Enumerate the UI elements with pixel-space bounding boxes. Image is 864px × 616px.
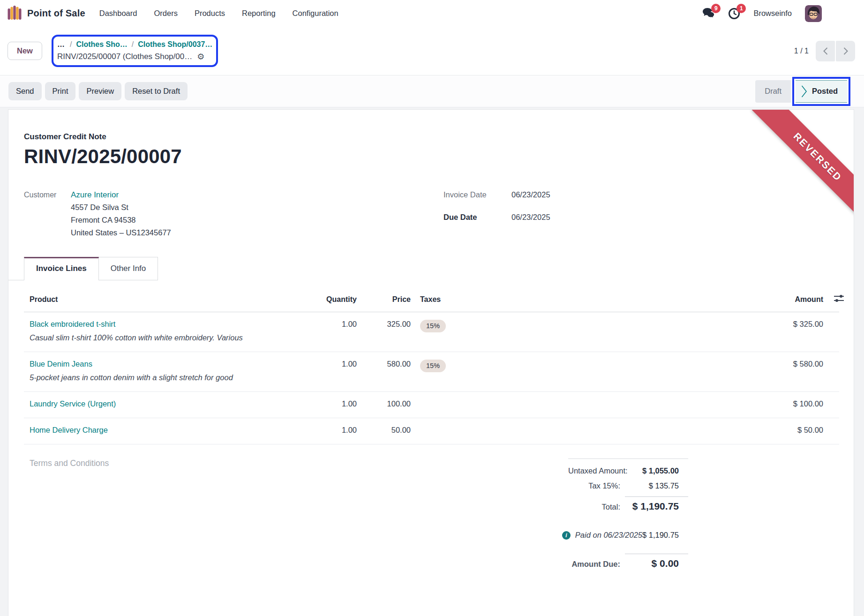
pager-next-icon xyxy=(843,47,849,55)
settings-gear-icon[interactable]: ⚙ xyxy=(197,53,204,61)
quantity-cell: 1.00 xyxy=(296,418,361,444)
column-header-taxes[interactable]: Taxes xyxy=(415,288,744,312)
page: Point of Sale Dashboard Orders Products … xyxy=(0,0,864,616)
document-number: RINV/2025/00007 xyxy=(24,145,838,168)
column-header-product[interactable]: Product xyxy=(24,288,296,312)
table-row[interactable]: Laundry Service (Urgent) 1.00 100.00 $ 1… xyxy=(24,392,839,418)
tax-value: $ 135.75 xyxy=(625,481,688,490)
breadcrumb-current: RINV/2025/00007 (Clothes Shop/00… xyxy=(57,52,192,61)
breadcrumb-separator: / xyxy=(70,40,72,49)
price-cell: 580.00 xyxy=(361,352,415,392)
app-name: Point of Sale xyxy=(27,8,85,19)
quantity-cell: 1.00 xyxy=(296,392,361,418)
product-link[interactable]: Black embroidered t-shirt xyxy=(30,320,291,329)
invoice-info: Customer Azure Interior 4557 De Silva St… xyxy=(24,188,838,239)
terms-placeholder[interactable]: Terms and Conditions xyxy=(24,458,109,575)
activities-icon[interactable]: 1 xyxy=(728,8,740,20)
customer-address-line: United States – US12345677 xyxy=(71,226,171,239)
nav-item-reporting[interactable]: Reporting xyxy=(242,9,276,18)
tax-label: Tax 15%: xyxy=(568,481,625,490)
avatar[interactable] xyxy=(805,5,822,22)
nav-item-orders[interactable]: Orders xyxy=(154,9,177,18)
amount-cell: $ 325.00 xyxy=(744,312,823,352)
new-button[interactable]: New xyxy=(8,42,42,60)
amount-cell: $ 50.00 xyxy=(744,418,823,444)
pager-next-button[interactable] xyxy=(836,41,855,61)
product-link[interactable]: Home Delivery Charge xyxy=(30,426,291,435)
price-cell: 50.00 xyxy=(361,418,415,444)
pager-previous-button[interactable] xyxy=(816,41,835,61)
breadcrumb-current-row: RINV/2025/00007 (Clothes Shop/00… ⚙ xyxy=(57,52,212,61)
tab-other-info[interactable]: Other Info xyxy=(99,257,158,280)
table-row[interactable]: Black embroidered t-shirt Casual slim t-… xyxy=(24,312,839,352)
customer-address-line: Fremont CA 94538 xyxy=(71,214,171,226)
price-cell: 325.00 xyxy=(361,312,415,352)
state-draft[interactable]: Draft xyxy=(755,80,791,103)
nav-item-configuration[interactable]: Configuration xyxy=(293,9,338,18)
total-label: Total: xyxy=(568,503,625,511)
status-bar: Send Print Preview Reset to Draft Draft … xyxy=(0,75,864,107)
row-spacer-cell xyxy=(823,418,839,444)
customer-address-line: 4557 De Silva St xyxy=(71,201,171,214)
amount-due-value: $ 0.00 xyxy=(625,554,688,569)
pager-previous-icon xyxy=(823,47,828,55)
paid-amount-value: $ 1,190.75 xyxy=(642,531,688,540)
price-cell: 100.00 xyxy=(361,392,415,418)
column-header-quantity[interactable]: Quantity xyxy=(296,288,361,312)
tax-badge[interactable]: 15% xyxy=(420,320,446,332)
top-navbar: Point of Sale Dashboard Orders Products … xyxy=(0,0,864,27)
tab-invoice-lines[interactable]: Invoice Lines xyxy=(24,257,99,280)
taxes-cell: 15% xyxy=(415,352,744,392)
content-area: REVERSED Customer Credit Note RINV/2025/… xyxy=(0,107,864,616)
untaxed-amount-label: Untaxed Amount: xyxy=(568,466,632,475)
product-link[interactable]: Blue Denim Jeans xyxy=(30,360,291,368)
posted-arrow-icon xyxy=(801,85,807,98)
user-name[interactable]: Browseinfo xyxy=(753,9,792,18)
row-spacer-cell xyxy=(823,352,839,392)
paid-info-icon[interactable]: i xyxy=(562,531,571,540)
messages-badge: 9 xyxy=(711,4,721,13)
messages-icon[interactable]: 9 xyxy=(702,8,715,19)
breadcrumb-link-order[interactable]: Clothes Shop/0037… xyxy=(138,40,212,49)
breadcrumb-link-session[interactable]: Clothes Sho… xyxy=(76,40,127,49)
nav-item-products[interactable]: Products xyxy=(195,9,225,18)
due-date-label: Due Date xyxy=(443,211,511,224)
breadcrumb-trail: … / Clothes Sho… / Clothes Shop/0037… xyxy=(57,40,212,49)
breadcrumb-separator: / xyxy=(132,40,134,49)
product-link[interactable]: Laundry Service (Urgent) xyxy=(30,399,291,408)
document-type: Customer Credit Note xyxy=(24,132,838,142)
table-row[interactable]: Home Delivery Charge 1.00 50.00 $ 50.00 xyxy=(24,418,839,444)
tax-badge[interactable]: 15% xyxy=(420,360,446,372)
nav-item-dashboard[interactable]: Dashboard xyxy=(99,9,137,18)
systray: 9 1 Browseinfo xyxy=(702,5,856,22)
sheet-footer: Terms and Conditions Untaxed Amount: $ 1… xyxy=(24,458,838,575)
breadcrumb-ellipsis[interactable]: … xyxy=(57,40,66,49)
preview-button[interactable]: Preview xyxy=(79,82,121,100)
send-button[interactable]: Send xyxy=(8,82,42,100)
table-row[interactable]: Blue Denim Jeans 5-pocket jeans in cotto… xyxy=(24,352,839,392)
app-brand[interactable]: Point of Sale xyxy=(8,5,85,22)
product-description: 5-pocket jeans in cotton denim with a sl… xyxy=(30,373,291,382)
customer-link[interactable]: Azure Interior xyxy=(71,188,119,201)
amount-cell: $ 100.00 xyxy=(744,392,823,418)
invoice-date-label: Invoice Date xyxy=(443,188,511,201)
column-header-price[interactable]: Price xyxy=(361,288,415,312)
activities-badge: 1 xyxy=(736,4,746,13)
quantity-cell: 1.00 xyxy=(296,312,361,352)
due-date-value: 06/23/2025 xyxy=(511,211,550,224)
optional-columns-icon[interactable] xyxy=(834,294,844,303)
invoice-sheet: REVERSED Customer Credit Note RINV/2025/… xyxy=(8,109,854,616)
totals-block: Untaxed Amount: $ 1,055.00 Tax 15%: $ 13… xyxy=(568,458,688,575)
state-widget: Draft Posted xyxy=(755,80,847,103)
paid-on-label: Paid on 06/23/2025 xyxy=(575,531,642,540)
print-button[interactable]: Print xyxy=(45,82,76,100)
invoice-date-value: 06/23/2025 xyxy=(511,188,550,201)
notebook-tabs: Invoice Lines Other Info xyxy=(24,257,838,280)
pager-counter: 1 / 1 xyxy=(794,47,809,55)
amount-due-label: Amount Due: xyxy=(568,560,625,569)
column-header-amount[interactable]: Amount xyxy=(744,288,823,312)
state-posted[interactable]: Posted xyxy=(796,80,847,103)
reset-to-draft-button[interactable]: Reset to Draft xyxy=(125,82,188,100)
product-description: Casual slim t-shirt 100% cotton with whi… xyxy=(30,333,291,342)
taxes-cell xyxy=(415,418,744,444)
